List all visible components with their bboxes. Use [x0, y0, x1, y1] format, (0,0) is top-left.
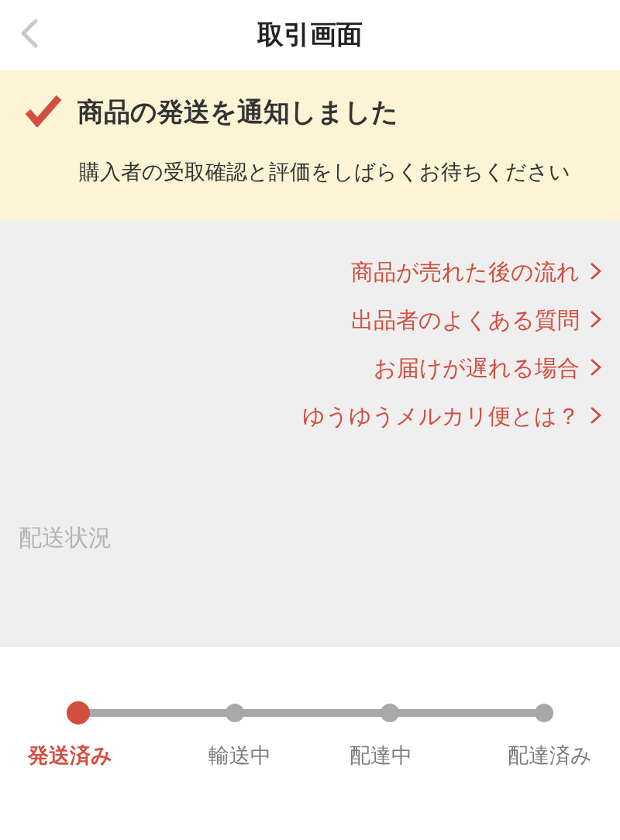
link-label: ゆうゆうメルカリ便とは？: [302, 401, 580, 432]
links-list: 商品が売れた後の流れ 出品者のよくある質問 お届けが遅れる場合 ゆうゆうメルカリ…: [19, 257, 601, 432]
notice-banner: 商品の発送を通知しました 購入者の受取確認と評価をしばらくお待ちください: [0, 70, 620, 220]
checkmark-icon: [25, 95, 62, 130]
delivery-section-label: 配送状況: [19, 522, 601, 554]
chevron-right-icon: [591, 263, 601, 283]
header: 取引画面: [0, 0, 620, 70]
step-label-transit: 輸送中: [169, 742, 310, 769]
help-link-faq[interactable]: 出品者のよくある質問: [19, 305, 601, 336]
progress-dot-transit: [226, 704, 244, 722]
help-link-late-delivery[interactable]: お届けが遅れる場合: [19, 353, 601, 384]
progress-dots: [67, 701, 553, 725]
chevron-right-icon: [591, 311, 601, 331]
notice-subtitle: 購入者の受取確認と評価をしばらくお待ちください: [79, 158, 595, 186]
link-label: 出品者のよくある質問: [351, 305, 580, 336]
step-label-shipped: 発送済み: [28, 742, 169, 769]
links-section: 商品が売れた後の流れ 出品者のよくある質問 お届けが遅れる場合 ゆうゆうメルカリ…: [0, 220, 620, 647]
help-link-after-sale[interactable]: 商品が売れた後の流れ: [19, 257, 601, 288]
progress-labels: 発送済み 輸送中 配達中 配達済み: [28, 742, 592, 769]
progress-dot-delivered: [535, 704, 553, 722]
delivery-progress: 発送済み 輸送中 配達中 配達済み 引受: [0, 647, 620, 840]
step-label-out: 配達中: [310, 742, 451, 769]
progress-track: [67, 701, 553, 725]
progress-dot-shipped: [67, 701, 90, 725]
back-button[interactable]: [19, 18, 40, 52]
link-label: 商品が売れた後の流れ: [351, 257, 580, 288]
link-label: お届けが遅れる場合: [374, 353, 580, 384]
progress-dot-out: [381, 704, 399, 722]
chevron-right-icon: [591, 407, 601, 427]
page-title: 取引画面: [0, 17, 620, 53]
notice-title: 商品の発送を通知しました: [78, 95, 398, 130]
help-link-yuyu-mercari[interactable]: ゆうゆうメルカリ便とは？: [19, 401, 601, 432]
step-label-delivered: 配達済み: [451, 742, 592, 769]
chevron-left-icon: [19, 18, 40, 49]
chevron-right-icon: [591, 359, 601, 379]
